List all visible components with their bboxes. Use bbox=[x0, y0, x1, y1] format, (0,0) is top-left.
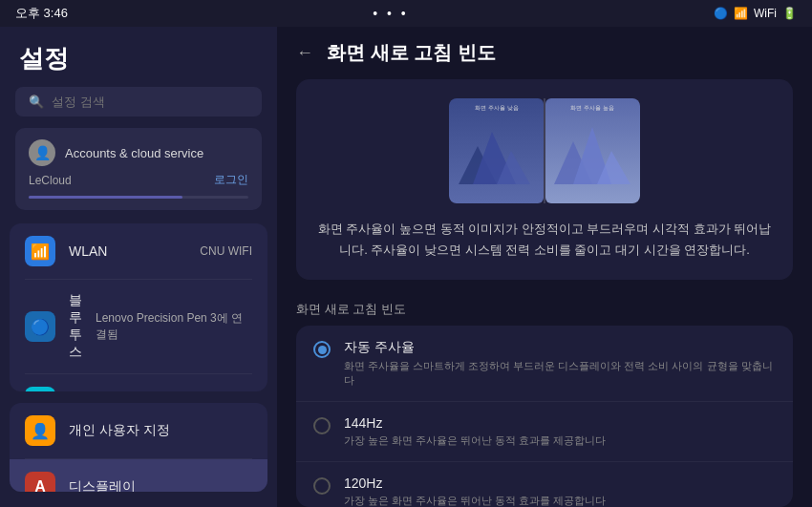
radio-auto[interactable] bbox=[313, 341, 331, 358]
signal-icon: 📶 bbox=[734, 7, 748, 20]
status-dots: • • • bbox=[373, 6, 408, 21]
wlan-label: WLAN bbox=[69, 243, 186, 259]
progress-bar bbox=[29, 196, 248, 199]
option-144hz-title: 144Hz bbox=[344, 415, 606, 431]
options-container: 자동 주사율 화면 주사율을 스마트하게 조정하여 부드러운 디스플레이와 전력… bbox=[296, 326, 793, 507]
bluetooth-label: 블루투스 bbox=[69, 292, 82, 361]
svg-text:화면 주사율 높음: 화면 주사율 높음 bbox=[570, 105, 613, 111]
content-title: 화면 새로 고침 빈도 bbox=[327, 40, 496, 66]
account-row: 👤 Accounts & cloud service bbox=[29, 139, 248, 166]
option-120hz[interactable]: 120Hz 가장 높은 화면 주사율은 뛰어난 동적 효과를 제공합니다 bbox=[296, 462, 793, 507]
display-icon: A bbox=[25, 472, 55, 492]
search-bar[interactable]: 🔍 bbox=[15, 87, 262, 116]
bluetooth-icon: 🔵 bbox=[25, 311, 55, 342]
personalization-section: 👤 개인 사용자 지정 A 디스플레이 🔊 Sound bbox=[10, 403, 267, 492]
option-auto-title: 자동 주사율 bbox=[344, 339, 776, 356]
option-144hz[interactable]: 144Hz 가장 높은 화면 주사율은 뛰어난 동적 효과를 제공합니다 bbox=[296, 402, 793, 462]
option-auto[interactable]: 자동 주사율 화면 주사율을 스마트하게 조정하여 부드러운 디스플레이와 전력… bbox=[296, 326, 793, 402]
lecloud-label: LeCloud bbox=[29, 174, 72, 187]
progress-fill bbox=[29, 196, 182, 199]
hotspot-icon: 🔗 bbox=[25, 387, 55, 391]
account-name: Accounts & cloud service bbox=[65, 146, 203, 160]
status-time: 오후 3:46 bbox=[15, 5, 68, 22]
radio-120hz[interactable] bbox=[313, 477, 331, 495]
radio-inner bbox=[318, 346, 327, 354]
network-section: 📶 WLAN CNU WIFI 🔵 블루투스 Lenovo Precision … bbox=[10, 223, 267, 391]
sidebar: 설정 🔍 👤 Accounts & cloud service LeCloud … bbox=[0, 27, 277, 507]
sidebar-item-wlan-hotspot[interactable]: 🔗 WLAN 핫스팟 사용 안함 bbox=[10, 374, 267, 391]
search-icon: 🔍 bbox=[29, 95, 44, 109]
status-bar: 오후 3:46 • • • 🔵 📶 WiFi 🔋 bbox=[0, 0, 812, 27]
svg-text:화면 주사율 낮음: 화면 주사율 낮음 bbox=[475, 105, 518, 111]
radio-144hz[interactable] bbox=[313, 417, 331, 434]
sidebar-item-personal[interactable]: 👤 개인 사용자 지정 bbox=[10, 403, 267, 458]
option-144hz-desc: 가장 높은 화면 주사율은 뛰어난 동적 효과를 제공합니다 bbox=[344, 433, 606, 448]
sidebar-item-bluetooth[interactable]: 🔵 블루투스 Lenovo Precision Pen 3에 연결됨 bbox=[10, 280, 267, 373]
bluetooth-value: Lenovo Precision Pen 3에 연결됨 bbox=[96, 310, 252, 343]
preview-description: 화면 주사율이 높으면 동적 이미지가 안정적이고 부드러우며 시각적 효과가 … bbox=[315, 219, 774, 261]
personal-label: 개인 사용자 지정 bbox=[69, 422, 252, 439]
option-144hz-text: 144Hz 가장 높은 화면 주사율은 뛰어난 동적 효과를 제공합니다 bbox=[344, 415, 606, 448]
avatar: 👤 bbox=[29, 139, 55, 166]
section-label: 화면 새로 고침 빈도 bbox=[277, 295, 812, 326]
account-card[interactable]: 👤 Accounts & cloud service LeCloud 로그인 bbox=[15, 128, 262, 210]
wifi-icon: WiFi bbox=[754, 7, 777, 20]
option-120hz-desc: 가장 높은 화면 주사율은 뛰어난 동적 효과를 제공합니다 bbox=[344, 494, 606, 507]
option-auto-desc: 화면 주사율을 스마트하게 조정하여 부드러운 디스플레이와 전력 소비 사이의… bbox=[344, 359, 776, 388]
search-input[interactable] bbox=[52, 95, 248, 109]
login-button[interactable]: 로그인 bbox=[214, 172, 248, 188]
sidebar-item-display[interactable]: A 디스플레이 bbox=[10, 459, 267, 492]
sidebar-title: 설정 bbox=[0, 38, 277, 87]
sidebar-item-wlan[interactable]: 📶 WLAN CNU WIFI bbox=[10, 223, 267, 279]
preview-image: 화면 주사율 낮음 화면 주사율 높음 bbox=[449, 98, 640, 203]
option-120hz-title: 120Hz bbox=[344, 475, 606, 491]
personal-icon: 👤 bbox=[25, 415, 55, 446]
battery-icon: 🔋 bbox=[782, 7, 797, 20]
option-auto-text: 자동 주사율 화면 주사율을 스마트하게 조정하여 부드러운 디스플레이와 전력… bbox=[344, 339, 776, 388]
bluetooth-icon: 🔵 bbox=[714, 7, 728, 20]
main-layout: 설정 🔍 👤 Accounts & cloud service LeCloud … bbox=[0, 27, 812, 507]
preview-section: 화면 주사율 낮음 화면 주사율 높음 화면 주사율이 높으면 동적 이미지가 … bbox=[296, 79, 793, 280]
content-area: ← 화면 새로 고침 빈도 bbox=[277, 27, 812, 507]
content-header: ← 화면 새로 고침 빈도 bbox=[277, 27, 812, 79]
back-button[interactable]: ← bbox=[296, 43, 313, 63]
account-bottom: LeCloud 로그인 bbox=[29, 172, 248, 188]
status-icons: 🔵 📶 WiFi 🔋 bbox=[714, 7, 797, 20]
wlan-icon: 📶 bbox=[25, 236, 55, 266]
wlan-value: CNU WIFI bbox=[200, 244, 252, 258]
display-label: 디스플레이 bbox=[69, 478, 252, 492]
option-120hz-text: 120Hz 가장 높은 화면 주사율은 뛰어난 동적 효과를 제공합니다 bbox=[344, 475, 606, 507]
